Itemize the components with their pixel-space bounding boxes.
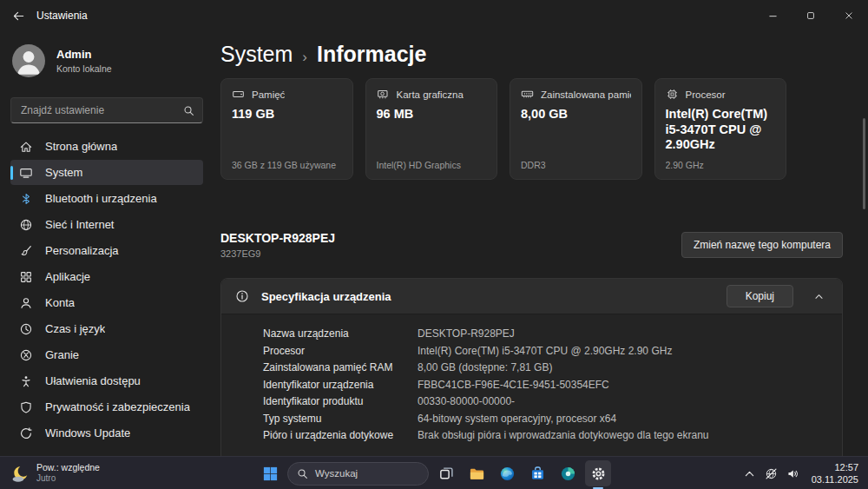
start-button[interactable] [257,460,283,486]
breadcrumb-separator-icon: › [302,43,307,72]
taskbar-search[interactable]: Wyszukaj [287,462,429,486]
summary-cards: Pamięć119 GB36 GB z 119 GB używaneKarta … [220,78,786,180]
minimize-button[interactable] [753,0,792,31]
system-tray: 12:57 03.11.2025 [739,457,865,489]
sidebar-item-label: Windows Update [45,426,130,439]
breadcrumb: System › Informacje [220,39,843,69]
card-storage[interactable]: Pamięć119 GB36 GB z 119 GB używane [220,78,353,180]
back-arrow-icon [12,10,25,23]
task-view-icon[interactable] [433,460,459,486]
collapse-button[interactable] [806,283,832,309]
rename-pc-button[interactable]: Zmień nazwę tego komputera [681,232,843,258]
volume-icon[interactable] [782,460,804,486]
search-icon [183,105,194,116]
card-subtitle: 2.90 GHz [666,160,776,170]
sidebar-item-network[interactable]: Sieć i Internet [10,212,203,237]
spec-value: DESKTOP-R928PEJ [418,326,828,343]
user-profile[interactable]: Admin Konto lokalne [0,38,214,83]
spec-row: Zainstalowana pamięć RAM8,00 GB (dostępn… [263,360,828,377]
copy-button[interactable]: Kopiuj [727,285,793,307]
settings-window: Ustawienia Admin Konto lokalne [0,0,868,456]
clock-time: 12:57 [812,461,858,473]
card-value: 8,00 GB [521,107,631,122]
sidebar-item-time[interactable]: Czas i język [10,316,203,341]
card-title: Zainstalowana pamięć RAM [541,89,631,100]
sidebar-item-label: Strona główna [45,140,117,153]
spec-row: Identyfikator produktu00330-80000-00000- [263,393,828,411]
weather-line2: Jutro [36,473,100,485]
minimize-icon [767,10,779,22]
taskbar-apps [433,460,611,486]
sidebar-item-privacy[interactable]: Prywatność i zabezpieczenia [10,394,203,420]
spec-label: Nazwa urządzenia [263,326,418,343]
settings-icon[interactable] [585,460,611,486]
user-name: Admin [56,48,112,62]
sidebar-item-system[interactable]: System [10,160,203,185]
sidebar-item-label: Bluetooth i urządzenia [45,192,157,205]
sidebar-item-gaming[interactable]: Granie [10,342,203,367]
card-subtitle: 36 GB z 119 GB używane [232,160,342,170]
sidebar-item-accounts[interactable]: Konta [10,290,203,315]
tray-icons-mount [739,460,804,486]
close-button[interactable] [830,0,868,31]
apps-icon [19,270,33,284]
sidebar-item-label: Konta [45,296,75,309]
privacy-icon [19,400,33,414]
gaming-icon [19,348,33,362]
maximize-button[interactable] [792,0,830,31]
info-icon [235,289,249,303]
file-explorer-icon[interactable] [464,460,490,486]
sidebar-item-label: Granie [45,348,79,361]
sidebar-item-label: Personalizacja [45,244,119,257]
spec-value: Intel(R) Core(TM) i5-3470T CPU @ 2.90GHz… [418,343,828,360]
maximize-icon [806,10,816,21]
taskbar-center: Wyszukaj [257,457,611,489]
card-subtitle: Intel(R) HD Graphics [377,160,487,170]
taskbar-clock[interactable]: 12:57 03.11.2025 [804,461,865,486]
spec-row: Nazwa urządzeniaDESKTOP-R928PEJ [263,326,828,343]
sidebar-item-label: Aplikacje [45,270,90,283]
sidebar-item-home[interactable]: Strona główna [10,134,203,159]
sidebar-item-bluetooth[interactable]: Bluetooth i urządzenia [10,186,203,211]
sidebar-item-personalization[interactable]: Personalizacja [10,238,203,263]
card-title: Pamięć [252,89,285,100]
spec-row: Identyfikator urządzeniaFBBC41CB-F96E-4C… [263,377,828,394]
network-status-icon[interactable] [760,460,782,486]
accessibility-icon [19,374,33,388]
media-app-icon[interactable] [555,460,581,486]
edge-icon[interactable] [494,460,520,486]
spec-header[interactable]: Specyfikacja urządzenia Kopiuj [221,279,842,314]
settings-search-box[interactable] [10,97,203,123]
card-gpu[interactable]: Karta graficzna96 MBIntel(R) HD Graphics [365,78,498,180]
tray-chevron-icon[interactable] [739,460,760,486]
sidebar-nav: Strona głównaSystemBluetooth i urządzeni… [0,134,214,446]
main-content: System › Informacje Pamięć119 GB36 GB z … [214,31,868,456]
avatar [12,44,45,77]
settings-search-input[interactable] [19,103,183,117]
card-cpu[interactable]: ProcesorIntel(R) Core(TM) i5-3470T CPU @… [654,78,787,180]
personalization-icon [19,244,33,258]
spec-value: 8,00 GB (dostępne: 7,81 GB) [418,360,828,377]
active-indicator [10,166,13,180]
card-ram[interactable]: Zainstalowana pamięć RAM8,00 GBDDR3 [510,78,642,180]
window-scrollbar[interactable] [863,118,865,209]
sidebar-item-update[interactable]: Windows Update [10,420,203,446]
user-account-type: Konto lokalne [56,63,112,74]
update-icon [19,426,33,440]
microsoft-store-icon[interactable] [524,460,550,486]
page-title: Informacje [317,39,426,69]
window-body: Admin Konto lokalne Strona głównaSystemB… [0,31,868,456]
breadcrumb-parent[interactable]: System [220,39,293,69]
back-button[interactable] [0,0,36,31]
network-icon [19,218,33,232]
card-value: 96 MB [377,107,487,122]
sidebar-item-label: Czas i język [45,322,105,335]
weather-widget[interactable]: Pow.: względne Jutro [3,457,107,489]
spec-rows: Nazwa urządzeniaDESKTOP-R928PEJProcesorI… [221,314,842,456]
device-name: DESKTOP-R928PEJ [220,231,335,246]
spec-value: 64-bitowy system operacyjny, procesor x6… [418,411,828,428]
titlebar: Ustawienia [0,0,868,31]
sidebar-item-accessibility[interactable]: Ułatwienia dostępu [10,368,203,393]
sidebar-item-apps[interactable]: Aplikacje [10,264,203,289]
desktop: Ustawienia Admin Konto lokalne [0,0,868,489]
